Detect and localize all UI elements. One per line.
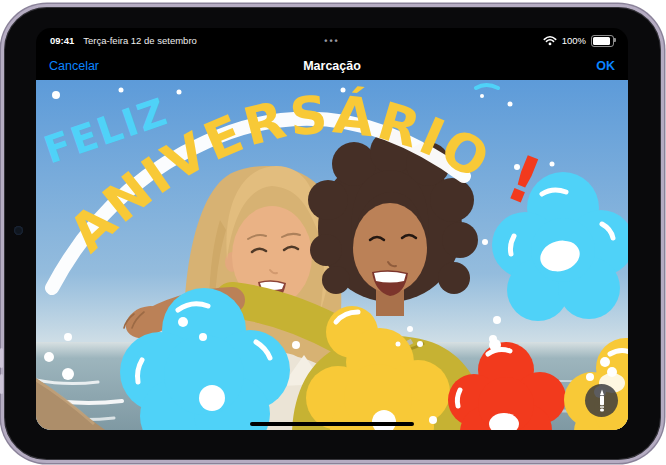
status-bar: 09:41 Terça-feira 12 de setembro ••• 100… [36,28,628,51]
multitasking-dots-icon[interactable]: ••• [324,36,339,46]
wifi-icon [543,35,557,46]
front-camera [14,226,23,235]
ipad-screen: 09:41 Terça-feira 12 de setembro ••• 100… [36,28,628,430]
pencil-icon [596,389,608,412]
status-date: Terça-feira 12 de setembro [83,35,197,46]
status-time: 09:41 [50,35,74,46]
ipad-product-shot: 09:41 Terça-feira 12 de setembro ••• 100… [0,0,666,465]
photo-artwork: FELIZ ANIVERSÁRIO ! [36,80,628,430]
volume-down-button [0,374,3,394]
pencil-tool-button[interactable] [585,384,618,417]
battery-icon [591,35,614,47]
volume-up-button [0,348,3,368]
markup-toolbar: Cancelar Marcação OK [36,51,628,80]
home-indicator[interactable] [250,422,414,427]
page-title: Marcação [36,59,628,73]
markup-canvas[interactable]: FELIZ ANIVERSÁRIO ! [36,80,628,430]
battery-percent: 100% [562,35,586,46]
